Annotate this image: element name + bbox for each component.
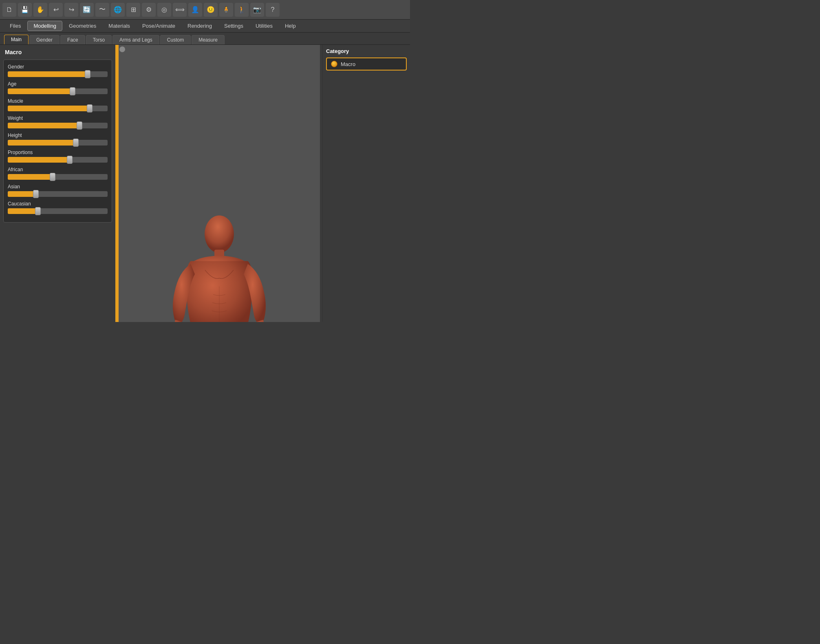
menubar: Files Modelling Geometries Materials Pos… (0, 20, 410, 33)
slider-thumb-weight[interactable] (77, 121, 82, 130)
slider-thumb-gender[interactable] (85, 70, 90, 78)
save-icon[interactable]: 💾 (18, 3, 32, 17)
slider-track-height[interactable] (8, 140, 108, 146)
menu-files[interactable]: Files (4, 21, 26, 31)
viewport[interactable] (116, 45, 322, 322)
tab-custom[interactable]: Custom (160, 35, 191, 44)
tab-measure[interactable]: Measure (192, 35, 225, 44)
slider-group-muscle: Muscle (8, 98, 108, 111)
viewport-corner-tl (119, 46, 125, 52)
slider-fill-caucasian (8, 208, 38, 214)
menu-help[interactable]: Help (279, 21, 302, 31)
tab-gender[interactable]: Gender (29, 35, 60, 44)
slider-group-african: African (8, 167, 108, 180)
body-icon[interactable]: 🧍 (219, 3, 233, 17)
grab-icon[interactable]: ✋ (33, 3, 47, 17)
slider-track-gender[interactable] (8, 71, 108, 77)
slider-fill-african (8, 174, 53, 180)
slider-group-gender: Gender (8, 64, 108, 77)
slider-label-gender: Gender (8, 64, 108, 70)
camera-icon[interactable]: 📷 (250, 3, 264, 17)
slider-label-proportions: Proportions (8, 150, 108, 155)
viewport-border-right (320, 45, 322, 322)
right-panel: Category Macro (322, 45, 410, 322)
checker-icon[interactable]: ⊞ (126, 3, 140, 17)
human-figure (154, 213, 284, 322)
slider-label-age: Age (8, 81, 108, 87)
redo-icon[interactable]: ↪ (64, 3, 78, 17)
slider-track-asian[interactable] (8, 191, 108, 197)
viewport-border-left (116, 45, 119, 322)
svg-point-0 (205, 216, 234, 253)
slider-fill-asian (8, 191, 36, 197)
category-title: Category (326, 48, 407, 54)
slider-group-caucasian: Caucasian (8, 201, 108, 214)
slider-thumb-caucasian[interactable] (35, 207, 41, 215)
slider-thumb-african[interactable] (50, 173, 55, 181)
tab-main[interactable]: Main (4, 35, 29, 44)
menu-utilities[interactable]: Utilities (250, 21, 278, 31)
run-icon[interactable]: ⚙ (142, 3, 156, 17)
slider-label-asian: Asian (8, 184, 108, 190)
slider-label-weight: Weight (8, 115, 108, 121)
slider-fill-height (8, 140, 76, 146)
slider-group-weight: Weight (8, 115, 108, 128)
manstand-icon[interactable]: 🚶 (235, 3, 249, 17)
slider-label-caucasian: Caucasian (8, 201, 108, 207)
category-macro-label: Macro (341, 61, 355, 67)
head-side-icon[interactable]: 👤 (188, 3, 202, 17)
slider-track-caucasian[interactable] (8, 208, 108, 214)
slider-fill-gender (8, 71, 88, 77)
slider-group-age: Age (8, 81, 108, 94)
slider-track-proportions[interactable] (8, 157, 108, 163)
slider-track-age[interactable] (8, 88, 108, 94)
menu-modelling[interactable]: Modelling (27, 21, 62, 31)
tab-arms-and-legs[interactable]: Arms and Legs (112, 35, 159, 44)
left-panel: Macro GenderAgeMuscleWeightHeightProport… (0, 45, 116, 322)
slider-track-weight[interactable] (8, 123, 108, 128)
slider-fill-age (8, 88, 73, 94)
curve-icon[interactable]: 〜 (95, 3, 109, 17)
slider-label-muscle: Muscle (8, 98, 108, 104)
main-layout: Macro GenderAgeMuscleWeightHeightProport… (0, 45, 410, 322)
help-icon[interactable]: ? (266, 3, 280, 17)
slider-fill-muscle (8, 106, 90, 111)
slider-label-african: African (8, 167, 108, 172)
slider-thumb-age[interactable] (70, 87, 75, 95)
face-icon[interactable]: 😐 (204, 3, 218, 17)
slider-group-asian: Asian (8, 184, 108, 197)
category-macro-item[interactable]: Macro (326, 57, 407, 71)
mirror-icon[interactable]: ⟺ (173, 3, 187, 17)
slider-track-african[interactable] (8, 174, 108, 180)
slider-fill-weight (8, 123, 79, 128)
menu-settings[interactable]: Settings (218, 21, 249, 31)
slider-fill-proportions (8, 157, 70, 163)
slider-thumb-proportions[interactable] (67, 156, 73, 164)
slider-group-height: Height (8, 132, 108, 146)
tab-face[interactable]: Face (60, 35, 85, 44)
slider-thumb-asian[interactable] (33, 190, 39, 198)
menu-rendering[interactable]: Rendering (182, 21, 218, 31)
tabs: Main Gender Face Torso Arms and Legs Cus… (0, 33, 410, 45)
slider-thumb-muscle[interactable] (87, 104, 93, 112)
reset-icon[interactable]: 🔄 (80, 3, 94, 17)
macro-panel-box: GenderAgeMuscleWeightHeightProportionsAf… (3, 60, 112, 223)
slider-label-height: Height (8, 132, 108, 138)
category-dot (331, 61, 337, 67)
menu-materials[interactable]: Materials (103, 21, 136, 31)
target-icon[interactable]: ◎ (157, 3, 171, 17)
menu-pose-animate[interactable]: Pose/Animate (137, 21, 181, 31)
slider-group-proportions: Proportions (8, 150, 108, 163)
tab-torso[interactable]: Torso (86, 35, 112, 44)
slider-track-muscle[interactable] (8, 106, 108, 111)
toolbar: 🗋 💾 ✋ ↩ ↪ 🔄 〜 🌐 ⊞ ⚙ ◎ ⟺ 👤 😐 🧍 🚶 📷 ? (0, 0, 410, 20)
slider-thumb-height[interactable] (73, 139, 79, 147)
undo-icon[interactable]: ↩ (49, 3, 63, 17)
new-file-icon[interactable]: 🗋 (2, 3, 16, 17)
menu-geometries[interactable]: Geometries (63, 21, 102, 31)
globe-icon[interactable]: 🌐 (111, 3, 125, 17)
panel-title: Macro (3, 48, 112, 56)
